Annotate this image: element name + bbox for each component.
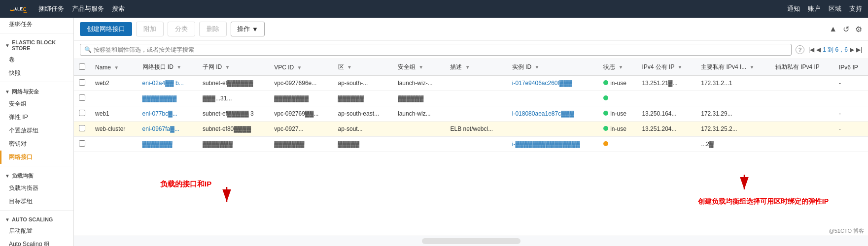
horizontal-scrollbar[interactable] xyxy=(422,238,521,244)
actions-button[interactable]: 操作 ▼ xyxy=(231,22,265,36)
nav-notifications[interactable]: 通知 xyxy=(787,4,800,13)
search-right: ? |◀ ◀ 1 到 6，6 ▶ ▶| xyxy=(796,45,862,54)
sidebar-item-target-groups[interactable]: 目标群组 xyxy=(0,195,73,208)
sidebar-item-load-balancers[interactable]: 负载均衡器 xyxy=(0,182,73,195)
cell-security-group xyxy=(393,137,445,152)
cell-description: ELB net/webcl... xyxy=(445,122,507,137)
cell-subnet-id: ▓▓▓▓▓▓▓ xyxy=(198,137,269,152)
delete-button[interactable]: 删除 xyxy=(199,22,227,36)
cell-ipv6 xyxy=(834,91,868,106)
bell-icon[interactable]: ▲ xyxy=(829,25,837,33)
attach-button[interactable]: 附加 xyxy=(136,22,164,36)
sidebar-item-elastic-ip[interactable]: 弹性 IP xyxy=(0,111,73,124)
cell-eni-id: ▓▓▓▓▓▓▓ xyxy=(138,137,198,152)
cell-ipv4-private: 172.31.25.2... xyxy=(696,122,770,137)
nav-account[interactable]: 账户 xyxy=(808,4,821,13)
sidebar-item-bundling[interactable]: 捆绑任务 xyxy=(0,18,73,31)
pagination-first[interactable]: |◀ xyxy=(808,46,814,53)
toolbar: 创建网络接口 附加 分类 删除 操作 ▼ ▲ ↺ ⚙ xyxy=(74,18,868,41)
col-ipv4-private: 主要私有 IPv4 I... ▼ xyxy=(696,59,770,76)
cell-eni-id: eni-077bc▓... xyxy=(138,106,198,122)
sidebar-section-network-security[interactable]: ▼ 网络与安全 xyxy=(0,84,73,97)
instance-link[interactable]: i-018080aea1e87c▓▓▓ xyxy=(512,110,574,117)
col-ipv4-secondary: 辅助私有 IPv4 IP xyxy=(770,59,834,76)
cell-ipv4-secondary xyxy=(770,106,834,122)
table-row[interactable]: ▓▓▓▓▓▓▓▓ ▓▓▓...31... ▓▓▓▓▓▓▓▓ ▓▓▓▓▓▓ ▓▓▓… xyxy=(74,91,868,106)
create-button[interactable]: 创建网络接口 xyxy=(80,22,132,36)
row-checkbox[interactable] xyxy=(79,79,85,86)
row-checkbox[interactable] xyxy=(79,110,85,116)
col-ipv6: IPv6 IP xyxy=(834,59,868,76)
row-checkbox[interactable] xyxy=(79,94,85,101)
pagination: |◀ ◀ 1 到 6，6 ▶ ▶| xyxy=(808,46,862,54)
sidebar-item-security-groups[interactable]: 安全组 xyxy=(0,97,73,111)
instance-link[interactable]: i-017e9406ac260f▓▓▓ xyxy=(512,80,572,87)
cell-ipv6: - xyxy=(834,76,868,91)
pagination-current: 1 到 6，6 xyxy=(823,46,848,54)
cell-subnet-id: subnet-ef80▓▓▓▓ xyxy=(198,122,269,137)
settings-icon[interactable]: ⚙ xyxy=(855,25,862,34)
row-checkbox[interactable] xyxy=(79,140,85,147)
refresh-icon[interactable]: ↺ xyxy=(843,25,849,34)
sidebar-item-launch-config[interactable]: 启动配置 xyxy=(0,224,73,238)
cell-name: web1 xyxy=(90,106,138,122)
sidebar-item-placement-groups[interactable]: 个置放群组 xyxy=(0,124,73,137)
cell-ipv6 xyxy=(834,137,868,152)
cell-subnet-id: subnet-ef▓▓▓▓▓ 3 xyxy=(198,106,269,122)
cell-description xyxy=(445,76,507,91)
table-row[interactable]: web2 eni-02a4▓▓ b... subnet-ef▓▓▓▓▓▓ vpc… xyxy=(74,76,868,91)
table-row[interactable]: web-cluster eni-0967fa▓... subnet-ef80▓▓… xyxy=(74,122,868,137)
table-container: Name ▼ 网络接口 ID ▼ 子网 ID ▼ VPC ID ▼ 区 ▼ 安全… xyxy=(74,59,868,152)
cell-status xyxy=(598,137,637,152)
nav-products[interactable]: 产品与服务 xyxy=(72,4,104,13)
col-subnet-id: 子网 ID ▼ xyxy=(198,59,269,76)
sidebar-section-autoscaling[interactable]: ▼ AUTO SCALING xyxy=(0,213,73,224)
sidebar-section-load-balancing[interactable]: ▼ 负载均衡 xyxy=(0,168,73,182)
pagination-next[interactable]: ▶ xyxy=(850,46,854,53)
cell-security-group xyxy=(393,122,445,137)
sidebar-item-network-interfaces[interactable]: 网络接口 xyxy=(0,151,73,164)
chevron-down-icon: ▼ xyxy=(252,26,258,33)
nav-region[interactable]: 区域 xyxy=(829,4,841,13)
pagination-last[interactable]: ▶| xyxy=(856,46,862,53)
cell-ipv4-private: 172.31.29... xyxy=(696,106,770,122)
cell-instance-id xyxy=(507,122,598,137)
bottom-scrollbar[interactable] xyxy=(74,236,868,246)
table-header-row: Name ▼ 网络接口 ID ▼ 子网 ID ▼ VPC ID ▼ 区 ▼ 安全… xyxy=(74,59,868,76)
cell-subnet-id: subnet-ef▓▓▓▓▓▓ xyxy=(198,76,269,91)
select-all-checkbox[interactable] xyxy=(79,63,85,70)
nav-bundling[interactable]: 捆绑任务 xyxy=(38,4,64,13)
cell-ipv6: - xyxy=(834,106,868,122)
row-checkbox[interactable] xyxy=(79,125,85,131)
sidebar-section-ebs[interactable]: ▼ ELASTIC BLOCK STORE xyxy=(0,35,73,53)
search-bar: 🔍 ? |◀ ◀ 1 到 6，6 ▶ ▶| xyxy=(74,41,868,59)
search-input[interactable] xyxy=(94,46,787,53)
sidebar-item-snapshots[interactable]: 快照 xyxy=(0,66,73,80)
cell-status: in-use xyxy=(598,76,637,91)
detach-button[interactable]: 分类 xyxy=(168,22,195,36)
help-icon[interactable]: ? xyxy=(796,45,804,54)
status-dot xyxy=(603,111,608,116)
cell-ipv4-private: ...2▓ xyxy=(696,137,770,152)
sidebar-item-autoscaling-group[interactable]: Auto Scaling 组 xyxy=(0,238,73,246)
status-dot xyxy=(603,141,608,146)
pagination-prev[interactable]: ◀ xyxy=(816,46,821,53)
sidebar-item-key-pairs[interactable]: 密钥对 xyxy=(0,137,73,151)
cell-vpc-id: ▓▓▓▓▓▓▓▓ xyxy=(269,91,333,106)
sidebar-item-volumes[interactable]: 卷 xyxy=(0,53,73,66)
cell-instance-id: i-▓▓▓▓▓▓▓▓▓▓▓▓▓▓▓ xyxy=(507,137,598,152)
instance-link[interactable]: i-▓▓▓▓▓▓▓▓▓▓▓▓▓▓▓ xyxy=(512,141,580,148)
cell-instance-id xyxy=(507,91,598,106)
cell-zone: ▓▓▓▓▓ xyxy=(333,137,393,152)
status-dot xyxy=(603,80,608,85)
cell-status: in-use xyxy=(598,106,637,122)
table-row[interactable]: ▓▓▓▓▓▓▓ ▓▓▓▓▓▓▓ ▓▓▓▓▓▓▓ ▓▓▓▓▓ i-▓▓▓▓▓▓▓▓… xyxy=(74,137,868,152)
nav-search[interactable]: 搜索 xyxy=(112,4,125,13)
top-nav-right: 通知 账户 区域 支持 xyxy=(787,4,862,13)
cell-zone: ap-south-... xyxy=(333,76,393,91)
cell-name xyxy=(90,91,138,106)
nav-support[interactable]: 支持 xyxy=(849,4,862,13)
cell-ipv6: - xyxy=(834,122,868,137)
cell-ipv4-secondary xyxy=(770,137,834,152)
table-row[interactable]: web1 eni-077bc▓... subnet-ef▓▓▓▓▓ 3 vpc-… xyxy=(74,106,868,122)
